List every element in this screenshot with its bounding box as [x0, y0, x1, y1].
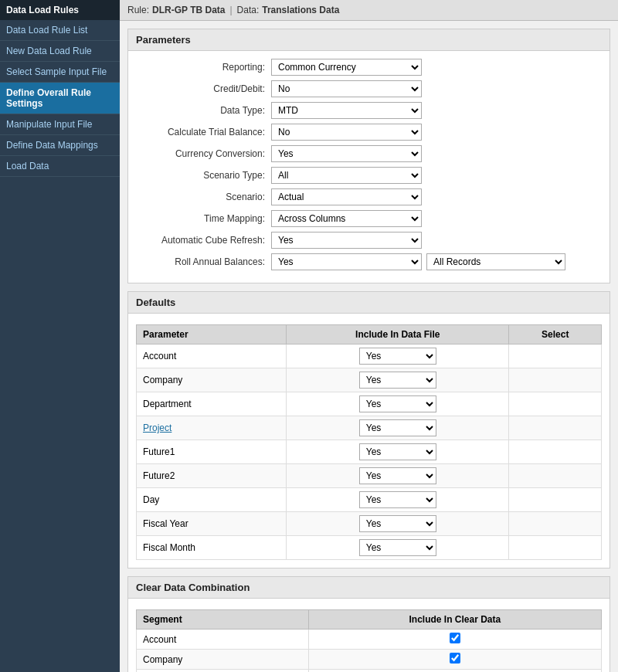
- param-row-calculate-trial-balance: Calculate Trial Balance:NoYes: [136, 124, 602, 141]
- defaults-select-col-company: [509, 368, 602, 392]
- param-select-credit-debit[interactable]: NoYes: [271, 80, 422, 97]
- defaults-panel: Defaults ParameterInclude In Data FileSe…: [127, 291, 610, 568]
- defaults-include-company: YesNo: [287, 368, 509, 392]
- defaults-param-department: Department: [137, 392, 287, 416]
- param-control-scenario-type: AllBudgetActual: [271, 167, 422, 184]
- defaults-select-col-future2: [509, 464, 602, 488]
- defaults-select-project[interactable]: YesNo: [359, 419, 436, 436]
- param-select-automatic-cube-refresh[interactable]: YesNo: [271, 232, 422, 249]
- defaults-include-account: YesNo: [287, 344, 509, 368]
- defaults-select-col-account: [509, 344, 602, 368]
- clear-include-department: [308, 670, 601, 673]
- defaults-select-future1[interactable]: YesNo: [359, 443, 436, 460]
- parameters-panel-header: Parameters: [128, 29, 610, 51]
- rule-label: Rule:: [127, 5, 149, 15]
- defaults-select-department[interactable]: YesNo: [359, 395, 436, 412]
- sidebar-item-define-data-mappings[interactable]: Define Data Mappings: [0, 135, 120, 156]
- defaults-select-company[interactable]: YesNo: [359, 372, 436, 389]
- param-label-automatic-cube-refresh: Automatic Cube Refresh:: [136, 235, 271, 246]
- defaults-include-future1: YesNo: [287, 440, 509, 464]
- param-label-data-type: Data Type:: [136, 105, 271, 116]
- sidebar-item-manipulate-input-file[interactable]: Manipulate Input File: [0, 114, 120, 135]
- defaults-row-department: DepartmentYesNo: [137, 392, 602, 416]
- breadcrumb: Rule: DLR-GP TB Data | Data: Translation…: [120, 0, 618, 21]
- param-row-credit-debit: Credit/Debit:NoYes: [136, 80, 602, 97]
- clear-data-panel-header: Clear Data Combination: [128, 577, 610, 599]
- param-control-currency-conversion: YesNo: [271, 145, 422, 162]
- sidebar: Data Load Rules Data Load Rule ListNew D…: [0, 0, 120, 672]
- clear-row-department: Department: [137, 670, 602, 673]
- param-select-roll-annual-balances[interactable]: YesNo: [271, 253, 422, 270]
- defaults-include-fiscal-month: YesNo: [287, 536, 509, 560]
- defaults-param-company: Company: [137, 368, 287, 392]
- param-row-data-type: Data Type:MTDYTDQTD: [136, 102, 602, 119]
- defaults-row-account: AccountYesNo: [137, 344, 602, 368]
- defaults-include-fiscal-year: YesNo: [287, 512, 509, 536]
- sidebar-item-load-data[interactable]: Load Data: [0, 156, 120, 177]
- defaults-select-fiscal-month[interactable]: YesNo: [359, 539, 436, 556]
- defaults-select-account[interactable]: YesNo: [359, 348, 436, 365]
- param-label-reporting: Reporting:: [136, 62, 271, 73]
- clear-checkbox-account[interactable]: [450, 633, 460, 643]
- sidebar-item-data-load-rule-list[interactable]: Data Load Rule List: [0, 20, 120, 41]
- param-select-scenario[interactable]: ActualBudget: [271, 188, 422, 205]
- parameters-panel-body: Reporting:Common CurrencyLocal CurrencyC…: [128, 51, 610, 283]
- defaults-select-day[interactable]: YesNo: [359, 491, 436, 508]
- clear-segment-company: Company: [137, 650, 309, 670]
- sidebar-item-select-sample-input-file[interactable]: Select Sample Input File: [0, 62, 120, 83]
- param-select-scenario-type[interactable]: AllBudgetActual: [271, 167, 422, 184]
- defaults-param-future1: Future1: [137, 440, 287, 464]
- defaults-row-fiscal-month: Fiscal MonthYesNo: [137, 536, 602, 560]
- param-label-credit-debit: Credit/Debit:: [136, 83, 271, 94]
- param-control-time-mapping: Across ColumnsAcross Rows: [271, 210, 422, 227]
- param-select-data-type[interactable]: MTDYTDQTD: [271, 102, 422, 119]
- clear-data-table: SegmentInclude In Clear Data AccountComp…: [136, 609, 602, 672]
- defaults-select-fiscal-year[interactable]: YesNo: [359, 515, 436, 532]
- sidebar-item-define-overall-rule-settings[interactable]: Define Overall Rule Settings: [0, 83, 120, 114]
- clear-checkbox-company[interactable]: [450, 653, 460, 664]
- param-select-calculate-trial-balance[interactable]: NoYes: [271, 124, 422, 141]
- param-select-time-mapping[interactable]: Across ColumnsAcross Rows: [271, 210, 422, 227]
- param-control-roll-annual-balances: YesNoAll RecordsSelected Records: [271, 253, 565, 270]
- defaults-row-future1: Future1YesNo: [137, 440, 602, 464]
- clear-col-1: Include In Clear Data: [308, 610, 601, 630]
- defaults-select-col-fiscal-month: [509, 536, 602, 560]
- param-select-currency-conversion[interactable]: YesNo: [271, 145, 422, 162]
- param-label-scenario: Scenario:: [136, 192, 271, 202]
- defaults-select-col-project: [509, 416, 602, 440]
- param-label-calculate-trial-balance: Calculate Trial Balance:: [136, 127, 271, 137]
- param-row-scenario: Scenario:ActualBudget: [136, 188, 602, 205]
- param-secondary-select-roll-annual-balances[interactable]: All RecordsSelected Records: [426, 253, 565, 270]
- clear-row-account: Account: [137, 630, 602, 650]
- clear-segment-department: Department: [137, 670, 309, 673]
- defaults-row-company: CompanyYesNo: [137, 368, 602, 392]
- param-label-roll-annual-balances: Roll Annual Balances:: [136, 256, 271, 267]
- sidebar-item-new-data-load-rule[interactable]: New Data Load Rule: [0, 41, 120, 62]
- defaults-select-col-future1: [509, 440, 602, 464]
- clear-segment-account: Account: [137, 630, 309, 650]
- data-value: Translations Data: [262, 5, 339, 15]
- param-select-reporting[interactable]: Common CurrencyLocal Currency: [271, 59, 422, 76]
- defaults-select-future2[interactable]: YesNo: [359, 467, 436, 484]
- param-control-data-type: MTDYTDQTD: [271, 102, 422, 119]
- defaults-col-0: Parameter: [137, 325, 287, 344]
- defaults-select-col-fiscal-year: [509, 512, 602, 536]
- clear-include-account: [308, 630, 601, 650]
- defaults-param-day: Day: [137, 488, 287, 512]
- defaults-param-fiscal-month: Fiscal Month: [137, 536, 287, 560]
- param-control-credit-debit: NoYes: [271, 80, 422, 97]
- param-row-currency-conversion: Currency Conversion:YesNo: [136, 145, 602, 162]
- param-control-automatic-cube-refresh: YesNo: [271, 232, 422, 249]
- param-label-currency-conversion: Currency Conversion:: [136, 148, 271, 159]
- defaults-col-1: Include In Data File: [287, 325, 509, 344]
- defaults-row-fiscal-year: Fiscal YearYesNo: [137, 512, 602, 536]
- data-label: Data:: [237, 5, 260, 15]
- defaults-row-day: DayYesNo: [137, 488, 602, 512]
- defaults-include-project: YesNo: [287, 416, 509, 440]
- param-label-scenario-type: Scenario Type:: [136, 170, 271, 181]
- param-control-scenario: ActualBudget: [271, 188, 422, 205]
- parameters-panel: Parameters Reporting:Common CurrencyLoca…: [127, 29, 610, 283]
- defaults-param-project[interactable]: Project: [137, 416, 287, 440]
- defaults-include-day: YesNo: [287, 488, 509, 512]
- clear-data-panel: Clear Data Combination SegmentInclude In…: [127, 576, 610, 672]
